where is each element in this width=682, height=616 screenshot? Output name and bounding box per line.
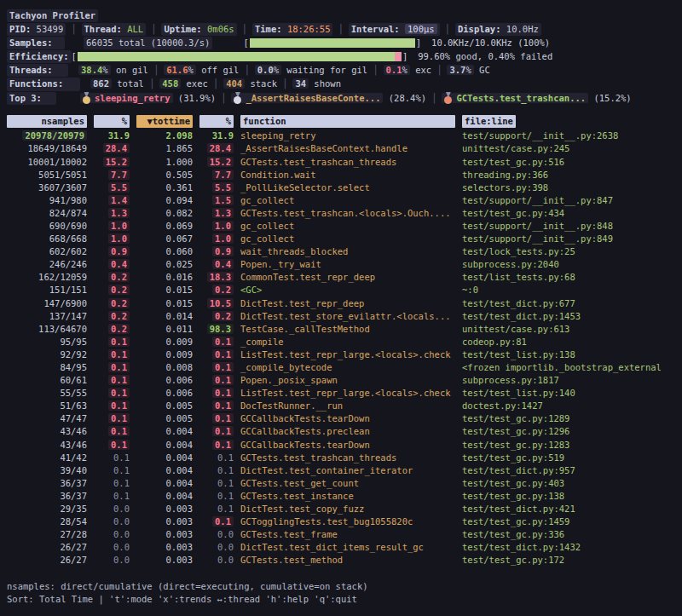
separator: │	[431, 65, 447, 75]
thread-stat-value: 0.1%	[384, 65, 410, 75]
nsamples-value: 162/12059	[38, 272, 87, 282]
cumulative-percent-cell: 0.1	[199, 477, 234, 490]
function-cell: _PollLikeSelector.select	[240, 181, 455, 194]
stat-number: 38.4	[81, 65, 102, 75]
thread-stat-value: 38.4%	[78, 65, 111, 75]
function-cell: DictTest.test_container_iterator	[240, 464, 455, 477]
cumulative-percent-cell: 0.1	[199, 515, 234, 528]
file-line-cell: test/support/__init__.py:848	[462, 220, 682, 233]
nsamples-value: 55/55	[60, 388, 87, 398]
function-cell: GCTests.test_trashcan.<locals>.Ouch....	[240, 207, 455, 220]
thread-stat: 0.1% exc	[384, 65, 432, 75]
function-cell: GCCallbackTests.tearDown	[240, 439, 455, 452]
tottime-value: 0.060	[165, 246, 193, 256]
file-line-cell: test/test_gc.py:1283	[462, 439, 682, 452]
function-cell: _compile	[240, 336, 455, 348]
percent-sign: %	[274, 65, 279, 75]
functions-label: Functions:	[7, 78, 80, 90]
direct-percent-value: 0.1	[113, 465, 130, 475]
cumulative-percent-value: 0.1	[217, 504, 234, 514]
nsamples-value: 147/6900	[43, 298, 87, 308]
table-row: 84/950.10.0080.1_compile_bytecode<frozen…	[7, 361, 682, 374]
column-header-direct-percent[interactable]: %	[94, 115, 130, 128]
direct-percent-value: 0.1	[113, 478, 130, 488]
nsamples-value: 137/147	[49, 311, 87, 321]
nsamples-cell: 3607/3607	[7, 181, 87, 194]
direct-percent-value: 1.0	[108, 233, 130, 244]
function-stat-label: exec	[181, 78, 208, 89]
cumulative-percent-value: 0.0	[217, 542, 234, 552]
nsamples-cell: 824/874	[7, 207, 87, 220]
direct-percent-value: 0.1	[108, 375, 130, 385]
tottime-cell: 0.014	[136, 310, 193, 323]
direct-percent-cell: 0.0	[94, 515, 130, 528]
direct-percent-value: 0.2	[108, 298, 130, 308]
tottime-cell: 0.067	[136, 233, 193, 245]
cumulative-percent-cell: 0.1	[199, 490, 234, 503]
direct-percent-value: 0.1	[113, 491, 130, 501]
percent-sign: %	[402, 65, 407, 75]
function-cell: DictTest.test_dict_items_result_gc	[240, 541, 455, 554]
function-cell: GCCallbackTests.tearDown	[240, 412, 455, 425]
nsamples-cell: 18649/18649	[7, 142, 87, 155]
nsamples-value: 690/690	[49, 221, 87, 231]
file-line-cell: unittest/case.py:613	[462, 323, 682, 336]
samples-bar-open-bracket: [	[243, 37, 248, 49]
samples-label: Samples:	[7, 37, 65, 49]
thread-stat-label: on gil	[111, 65, 148, 75]
function-table: nsamples % ▼tottime % function file:line…	[7, 115, 682, 567]
cumulative-percent-value: 1.0	[212, 233, 234, 244]
top3-percent: (31.9%)	[173, 93, 217, 103]
direct-percent-value: 0.1	[108, 337, 130, 347]
direct-percent-cell: 0.1	[94, 400, 130, 412]
cumulative-percent-cell: 0.1	[199, 412, 234, 425]
function-stat: 404 stack	[223, 78, 277, 89]
column-header-function[interactable]: function	[240, 115, 455, 128]
tottime-value: 0.004	[165, 491, 193, 501]
direct-percent-cell: 0.2	[94, 271, 130, 284]
table-row: 43/460.10.0040.1GCCallbackTests.tearDown…	[7, 439, 682, 452]
tottime-cell: 0.006	[136, 387, 193, 400]
tottime-cell: 0.015	[136, 284, 193, 296]
column-header-nsamples[interactable]: nsamples	[7, 115, 87, 128]
tottime-cell: 0.004	[136, 490, 193, 503]
table-row: 51/630.10.0050.1DocTestRunner.__rundocte…	[7, 400, 682, 412]
nsamples-cell: 26/27	[7, 541, 87, 554]
function-cell: TestCase._callTestMethod	[240, 323, 455, 336]
column-header-file-line[interactable]: file:line	[462, 115, 516, 128]
nsamples-cell: 41/42	[7, 452, 87, 464]
nsamples-cell: 668/668	[7, 233, 87, 245]
table-row: 95/950.10.0090.1_compilecodeop.py:81	[7, 336, 682, 348]
direct-percent-value: 0.0	[113, 504, 130, 514]
cumulative-percent-value: 0.2	[212, 311, 234, 321]
tottime-value: 0.025	[165, 259, 193, 269]
stat-number: 3.7	[449, 65, 465, 75]
direct-percent-cell: 0.1	[94, 439, 130, 452]
info-uptime: Uptime: 0m06s	[161, 23, 236, 36]
tottime-cell: 0.004	[136, 439, 193, 452]
column-header-tottime-sort[interactable]: ▼tottime	[136, 115, 193, 128]
cumulative-percent-cell: 0.1	[199, 374, 234, 387]
tottime-value: 0.005	[165, 413, 193, 423]
tottime-cell: 0.005	[136, 412, 193, 425]
function-cell: GCCallbackTests.preclean	[240, 425, 455, 438]
file-line-cell: test/test_gc.py:172	[462, 554, 682, 567]
info-value: ALL	[127, 24, 143, 34]
table-row: 28/540.00.0030.1GCTogglingTests.test_bug…	[7, 515, 682, 528]
table-row: 60/610.10.0060.1Popen._posix_spawnsubpro…	[7, 374, 682, 387]
info-label: PID:	[9, 24, 37, 34]
info-label: Uptime:	[164, 24, 207, 34]
function-cell: GCTests.test_method	[240, 554, 455, 567]
direct-percent-cell: 31.9	[94, 130, 130, 142]
function-cell: GCTests.test_trashcan_threads	[240, 156, 455, 169]
stat-number: 0.0	[257, 65, 274, 75]
column-header-cumulative-percent[interactable]: %	[199, 115, 234, 128]
direct-percent-cell: 1.0	[94, 220, 130, 233]
info-value: 0m06s	[207, 24, 234, 34]
cumulative-percent-value: 5.5	[212, 182, 234, 193]
nsamples-value: 5051/5051	[38, 170, 87, 180]
top3-function-chip: GCTests.test_trashcan...	[442, 93, 588, 103]
file-line-cell: test/test_gc.py:434	[462, 207, 682, 220]
thread-stat-value: 61.6%	[164, 65, 196, 75]
table-row: 162/120590.20.01618.3CommonTest.test_rep…	[7, 271, 682, 284]
